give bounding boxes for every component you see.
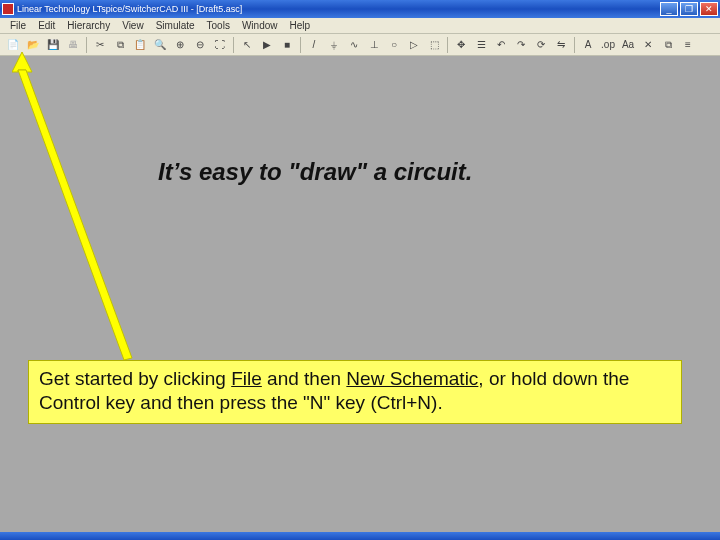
open-icon[interactable]: 📂 — [24, 36, 42, 54]
menu-view[interactable]: View — [116, 19, 150, 32]
menu-edit[interactable]: Edit — [32, 19, 61, 32]
schematic-canvas[interactable] — [0, 56, 720, 532]
diode-icon[interactable]: ▷ — [405, 36, 423, 54]
menu-simulate[interactable]: Simulate — [150, 19, 201, 32]
minimize-button[interactable]: _ — [660, 2, 678, 16]
wire-icon[interactable]: / — [305, 36, 323, 54]
move-icon[interactable]: ✥ — [452, 36, 470, 54]
taskbar — [0, 532, 720, 540]
capacitor-icon[interactable]: ⊥ — [365, 36, 383, 54]
pick-icon[interactable]: ↖ — [238, 36, 256, 54]
component-icon[interactable]: ⬚ — [425, 36, 443, 54]
menu-hierarchy[interactable]: Hierarchy — [61, 19, 116, 32]
menu-window[interactable]: Window — [236, 19, 284, 32]
delete-icon[interactable]: ✕ — [639, 36, 657, 54]
stop-icon[interactable]: ■ — [278, 36, 296, 54]
titlebar: Linear Technology LTspice/SwitcherCAD II… — [0, 0, 720, 18]
mirror-icon[interactable]: ⇋ — [552, 36, 570, 54]
zoom-in-icon[interactable]: ⊕ — [171, 36, 189, 54]
save-icon[interactable]: 💾 — [44, 36, 62, 54]
undo-icon[interactable]: ↶ — [492, 36, 510, 54]
duplicate-icon[interactable]: ⧉ — [659, 36, 677, 54]
headline-text: It’s easy to "draw" a circuit. — [158, 158, 472, 186]
paste-icon[interactable]: 📋 — [131, 36, 149, 54]
maximize-button[interactable]: ❐ — [680, 2, 698, 16]
inductor-icon[interactable]: ○ — [385, 36, 403, 54]
copy-icon[interactable]: ⧉ — [111, 36, 129, 54]
rotate-icon[interactable]: ⟳ — [532, 36, 550, 54]
drag-icon[interactable]: ☰ — [472, 36, 490, 54]
zoom-out-icon[interactable]: ⊖ — [191, 36, 209, 54]
instruction-callout: Get started by clicking File and then Ne… — [28, 360, 682, 424]
zoom-fit-icon[interactable]: ⛶ — [211, 36, 229, 54]
app-window: Linear Technology LTspice/SwitcherCAD II… — [0, 0, 720, 56]
print-icon[interactable]: 🖶 — [64, 36, 82, 54]
ground-icon[interactable]: ⏚ — [325, 36, 343, 54]
toolbar-separator — [300, 37, 301, 53]
toolbar-separator — [233, 37, 234, 53]
toolbar-separator — [447, 37, 448, 53]
app-icon — [2, 3, 14, 15]
netname-icon[interactable]: ≡ — [679, 36, 697, 54]
resistor-icon[interactable]: ∿ — [345, 36, 363, 54]
toolbar: 📄 📂 💾 🖶 ✂ ⧉ 📋 🔍 ⊕ ⊖ ⛶ ↖ ▶ ■ / ⏚ ∿ ⊥ ○ ▷ … — [0, 34, 720, 56]
callout-link-file: File — [231, 368, 262, 389]
callout-text-mid1: and then — [262, 368, 347, 389]
toolbar-separator — [86, 37, 87, 53]
titlebar-left: Linear Technology LTspice/SwitcherCAD II… — [2, 3, 242, 15]
cut-icon[interactable]: ✂ — [91, 36, 109, 54]
search-icon[interactable]: 🔍 — [151, 36, 169, 54]
menu-tools[interactable]: Tools — [201, 19, 236, 32]
menu-file[interactable]: File — [4, 19, 32, 32]
menubar: File Edit Hierarchy View Simulate Tools … — [0, 18, 720, 34]
new-schematic-icon[interactable]: 📄 — [4, 36, 22, 54]
text-icon[interactable]: A — [579, 36, 597, 54]
callout-text-prefix: Get started by clicking — [39, 368, 231, 389]
window-title: Linear Technology LTspice/SwitcherCAD II… — [17, 4, 242, 14]
menu-help[interactable]: Help — [284, 19, 317, 32]
toolbar-separator — [574, 37, 575, 53]
spice-directive-icon[interactable]: .op — [599, 36, 617, 54]
window-controls: _ ❐ ✕ — [660, 2, 718, 16]
close-button[interactable]: ✕ — [700, 2, 718, 16]
label-icon[interactable]: Aa — [619, 36, 637, 54]
run-icon[interactable]: ▶ — [258, 36, 276, 54]
redo-icon[interactable]: ↷ — [512, 36, 530, 54]
callout-link-new-schematic: New Schematic — [346, 368, 478, 389]
